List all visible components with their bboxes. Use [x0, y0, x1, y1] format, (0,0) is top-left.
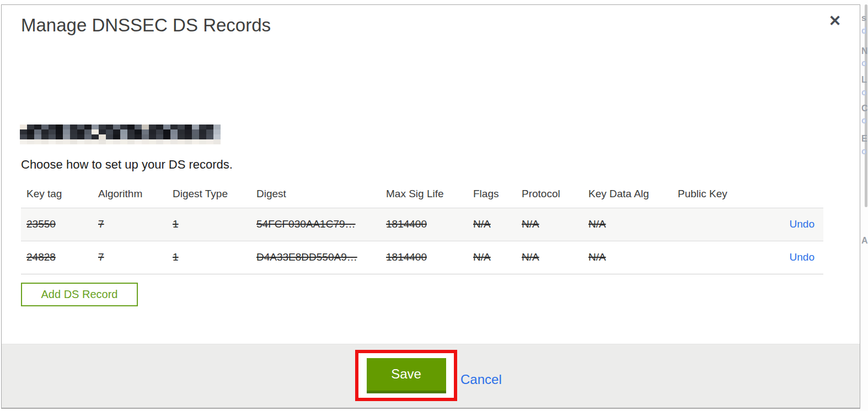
redacted-pixel	[206, 139, 213, 144]
redacted-pixel	[199, 129, 206, 134]
redacted-pixel	[142, 134, 149, 139]
table-cell: 1814400	[381, 208, 468, 241]
redacted-pixel	[113, 129, 120, 134]
redacted-pixel	[170, 134, 178, 139]
column-header: Key tag	[21, 183, 93, 208]
redacted-pixel	[99, 129, 106, 134]
redacted-pixel	[170, 139, 178, 144]
add-ds-record-button[interactable]: Add DS Record	[21, 283, 138, 306]
redacted-pixel	[178, 125, 185, 129]
redacted-pixel	[213, 134, 221, 139]
redacted-pixel	[56, 134, 63, 139]
redacted-pixel	[49, 134, 56, 139]
redacted-pixel	[70, 125, 77, 129]
redacted-pixel	[185, 125, 192, 129]
ds-records-table-wrap: Key tagAlgorithmDigest TypeDigestMax Sig…	[21, 183, 823, 274]
table-cell: 7	[93, 208, 167, 241]
cell-value: N/A	[522, 218, 539, 230]
redacted-pixel	[84, 125, 92, 129]
redacted-pixel	[49, 129, 56, 134]
redacted-pixel	[156, 134, 163, 139]
redacted-pixel	[185, 129, 192, 134]
table-cell: N/A	[468, 241, 516, 274]
column-header: Max Sig Life	[381, 183, 468, 208]
modal-footer: Save Cancel	[2, 344, 860, 408]
column-header: Digest	[251, 183, 381, 208]
cell-value: 1814400	[386, 251, 427, 263]
column-header: Algorithm	[93, 183, 167, 208]
redacted-pixel	[156, 125, 163, 129]
redacted-pixel	[170, 125, 178, 129]
redacted-pixel	[127, 125, 135, 129]
redacted-pixel	[84, 129, 92, 134]
redacted-pixel	[77, 139, 84, 144]
redacted-pixel	[84, 139, 92, 144]
redacted-pixel-row	[20, 125, 221, 129]
redacted-pixel	[192, 129, 199, 134]
table-cell: 23550	[21, 208, 93, 241]
redacted-pixel	[163, 125, 170, 129]
redacted-pixel	[27, 134, 34, 139]
redacted-pixel	[106, 134, 113, 139]
cell-value: 1814400	[386, 218, 427, 230]
save-button[interactable]: Save	[367, 358, 446, 393]
table-row: 2482871D4A33E8DD550A9…1814400N/AN/AN/AUn…	[21, 241, 823, 274]
redacted-pixel	[34, 129, 41, 134]
redacted-pixel	[163, 129, 170, 134]
action-cell: Undo	[779, 208, 823, 241]
redacted-pixel	[20, 134, 27, 139]
redacted-pixel	[34, 134, 41, 139]
redacted-pixel-row	[20, 139, 221, 144]
redacted-pixel	[120, 139, 127, 144]
column-header: Flags	[468, 183, 516, 208]
redacted-pixel	[56, 139, 63, 144]
redacted-pixel	[192, 134, 199, 139]
undo-link[interactable]: Undo	[790, 218, 815, 230]
redacted-pixel	[92, 134, 99, 139]
redacted-pixel	[77, 125, 84, 129]
cell-value: 24828	[26, 251, 56, 263]
cell-value: N/A	[588, 218, 606, 230]
cancel-link[interactable]: Cancel	[460, 372, 502, 387]
redacted-pixel	[63, 125, 70, 129]
redacted-pixel	[142, 125, 149, 129]
redacted-pixel	[27, 125, 34, 129]
redacted-pixel	[149, 125, 156, 129]
background-text-fragment: N	[861, 46, 868, 56]
redacted-pixel	[77, 134, 84, 139]
action-cell: Undo	[779, 241, 823, 274]
cell-value: 7	[98, 218, 104, 230]
background-text-fragment: L	[861, 75, 867, 85]
redacted-pixel	[149, 139, 156, 144]
undo-link[interactable]: Undo	[790, 251, 815, 263]
background-text-fragment: o	[861, 116, 867, 126]
redacted-pixel	[49, 125, 56, 129]
redacted-pixel-row	[20, 129, 221, 134]
subtitle: Choose how to set up your DS records.	[21, 158, 233, 172]
redacted-pixel	[56, 129, 63, 134]
column-header: Protocol	[516, 183, 583, 208]
redacted-pixel	[70, 129, 77, 134]
close-icon[interactable]: ✕	[826, 12, 844, 30]
background-text-fragment: s	[861, 13, 866, 23]
redacted-pixel	[34, 125, 41, 129]
redacted-pixel	[206, 134, 213, 139]
table-cell	[672, 241, 779, 274]
redacted-pixel	[135, 139, 142, 144]
redacted-pixel	[20, 129, 27, 134]
redacted-pixel	[135, 125, 142, 129]
table-cell: 1	[167, 208, 251, 241]
table-body: 235507154FCF030AA1C79…1814400N/AN/AN/AUn…	[21, 208, 823, 274]
redacted-pixel	[41, 129, 49, 134]
redacted-pixel	[192, 125, 199, 129]
redacted-pixel	[178, 129, 185, 134]
redacted-pixel	[92, 129, 99, 134]
redacted-pixel	[113, 134, 120, 139]
redacted-pixel	[99, 125, 106, 129]
column-header-action	[779, 183, 823, 208]
redacted-pixel	[163, 134, 170, 139]
background-text-fragment: C	[861, 104, 868, 113]
table-cell: N/A	[583, 241, 672, 274]
cell-value: N/A	[522, 251, 539, 263]
table-cell: 1	[167, 241, 251, 274]
